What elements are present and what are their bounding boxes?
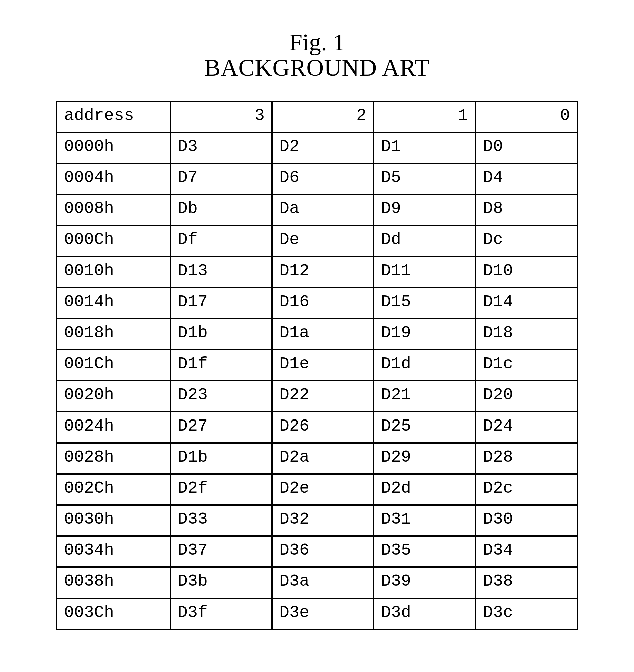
data-cell: D19 (374, 319, 476, 350)
table-row: 0030h D33 D32 D31 D30 (57, 505, 577, 536)
data-cell: D35 (374, 536, 476, 567)
data-cell: D24 (476, 412, 577, 443)
table-header-row: address 3 2 1 0 (57, 101, 577, 132)
data-cell: D10 (476, 256, 577, 287)
data-cell: D3b (170, 567, 272, 598)
addr-cell: 0004h (57, 163, 170, 194)
addr-cell: 0014h (57, 287, 170, 319)
data-cell: Dc (476, 226, 577, 256)
data-cell: D1e (272, 350, 374, 381)
table-row: 0024h D27 D26 D25 D24 (57, 412, 577, 443)
addr-cell: 0038h (57, 567, 170, 598)
addr-cell: 000Ch (57, 226, 170, 256)
data-cell: D25 (374, 412, 476, 443)
data-cell: D0 (476, 132, 577, 163)
addr-cell: 0030h (57, 505, 170, 536)
data-cell: D26 (272, 412, 374, 443)
data-cell: D28 (476, 443, 577, 474)
table-row: 0020h D23 D22 D21 D20 (57, 381, 577, 412)
memory-map-table: address 3 2 1 0 0000h D3 D2 D1 D0 0004h … (56, 100, 578, 630)
col-header-address: address (57, 101, 170, 132)
data-cell: D2a (272, 443, 374, 474)
table-row: 0008h Db Da D9 D8 (57, 194, 577, 226)
data-cell: D8 (476, 194, 577, 226)
table-row: 0014h D17 D16 D15 D14 (57, 287, 577, 319)
data-cell: D5 (374, 163, 476, 194)
data-cell: D29 (374, 443, 476, 474)
addr-cell: 0028h (57, 443, 170, 474)
table-row: 0018h D1b D1a D19 D18 (57, 319, 577, 350)
data-cell: Db (170, 194, 272, 226)
data-cell: D3d (374, 598, 476, 629)
figure-title: BACKGROUND ART (0, 55, 634, 81)
data-cell: D3c (476, 598, 577, 629)
data-cell: D38 (476, 567, 577, 598)
table-row: 0034h D37 D36 D35 D34 (57, 536, 577, 567)
data-cell: D15 (374, 287, 476, 319)
data-cell: De (272, 226, 374, 256)
data-cell: D1 (374, 132, 476, 163)
table-row: 0004h D7 D6 D5 D4 (57, 163, 577, 194)
data-cell: D21 (374, 381, 476, 412)
data-cell: D11 (374, 256, 476, 287)
addr-cell: 0034h (57, 536, 170, 567)
data-cell: D3e (272, 598, 374, 629)
data-cell: D18 (476, 319, 577, 350)
addr-cell: 0008h (57, 194, 170, 226)
data-cell: D1f (170, 350, 272, 381)
col-header-2: 2 (272, 101, 374, 132)
addr-cell: 003Ch (57, 598, 170, 629)
col-header-3: 3 (170, 101, 272, 132)
table-row: 0010h D13 D12 D11 D10 (57, 256, 577, 287)
col-header-1: 1 (374, 101, 476, 132)
data-cell: D2c (476, 474, 577, 505)
data-cell: D3 (170, 132, 272, 163)
data-cell: D31 (374, 505, 476, 536)
data-cell: D32 (272, 505, 374, 536)
data-cell: D7 (170, 163, 272, 194)
figure-page: Fig. 1 BACKGROUND ART address 3 2 1 0 00… (0, 0, 634, 663)
data-cell: D2 (272, 132, 374, 163)
data-cell: Df (170, 226, 272, 256)
table-row: 0028h D1b D2a D29 D28 (57, 443, 577, 474)
data-cell: D1b (170, 319, 272, 350)
addr-cell: 0024h (57, 412, 170, 443)
data-cell: D17 (170, 287, 272, 319)
data-cell: D20 (476, 381, 577, 412)
data-cell: D2e (272, 474, 374, 505)
data-cell: D16 (272, 287, 374, 319)
data-cell: D12 (272, 256, 374, 287)
addr-cell: 0020h (57, 381, 170, 412)
data-cell: D36 (272, 536, 374, 567)
figure-heading: Fig. 1 BACKGROUND ART (0, 30, 634, 80)
table-row: 002Ch D2f D2e D2d D2c (57, 474, 577, 505)
table-row: 000Ch Df De Dd Dc (57, 226, 577, 256)
data-cell: D34 (476, 536, 577, 567)
data-cell: D3f (170, 598, 272, 629)
table-row: 003Ch D3f D3e D3d D3c (57, 598, 577, 629)
table-row: 001Ch D1f D1e D1d D1c (57, 350, 577, 381)
data-cell: D33 (170, 505, 272, 536)
data-cell: D27 (170, 412, 272, 443)
data-cell: D1b (170, 443, 272, 474)
figure-label: Fig. 1 (0, 30, 634, 55)
addr-cell: 0010h (57, 256, 170, 287)
col-header-0: 0 (476, 101, 577, 132)
table-row: 0038h D3b D3a D39 D38 (57, 567, 577, 598)
data-cell: D4 (476, 163, 577, 194)
data-cell: D1a (272, 319, 374, 350)
data-cell: D2f (170, 474, 272, 505)
data-cell: D37 (170, 536, 272, 567)
data-cell: D13 (170, 256, 272, 287)
data-cell: D30 (476, 505, 577, 536)
data-cell: D2d (374, 474, 476, 505)
data-cell: D23 (170, 381, 272, 412)
data-cell: Dd (374, 226, 476, 256)
addr-cell: 0000h (57, 132, 170, 163)
data-cell: D22 (272, 381, 374, 412)
addr-cell: 001Ch (57, 350, 170, 381)
data-cell: D6 (272, 163, 374, 194)
addr-cell: 0018h (57, 319, 170, 350)
data-cell: D3a (272, 567, 374, 598)
data-cell: D1c (476, 350, 577, 381)
